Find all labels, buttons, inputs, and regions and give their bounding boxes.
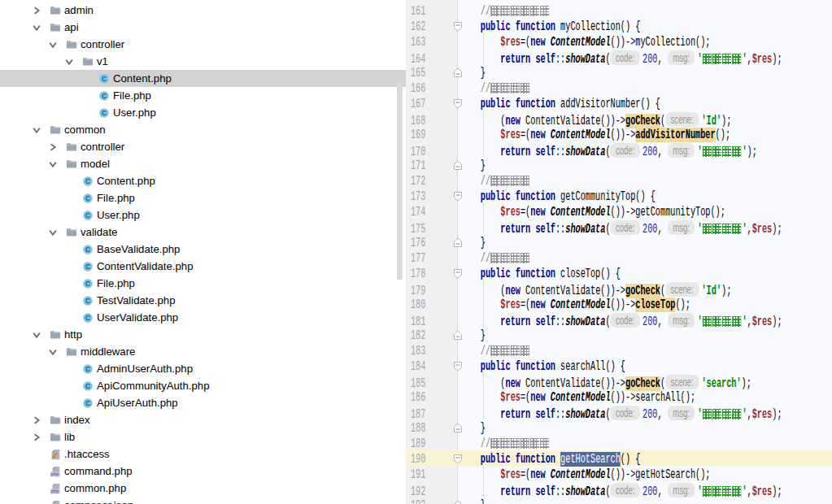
svg-text:C: C [102, 108, 107, 116]
svg-text:C: C [85, 245, 90, 253]
svg-text:C: C [85, 279, 90, 287]
svg-text:php: php [51, 489, 59, 493]
svg-text:C: C [85, 381, 90, 389]
svg-text:C: C [85, 211, 90, 219]
svg-text:C: C [85, 262, 90, 270]
svg-text:C: C [85, 313, 90, 321]
svg-text:C: C [85, 176, 90, 185]
svg-text:C: C [85, 193, 90, 202]
svg-text:C: C [85, 296, 90, 304]
svg-text:C: C [85, 398, 90, 406]
svg-text:php: php [51, 471, 59, 476]
svg-text:C: C [102, 91, 107, 99]
svg-text:C: C [102, 74, 107, 82]
svg-text:C: C [85, 364, 90, 372]
